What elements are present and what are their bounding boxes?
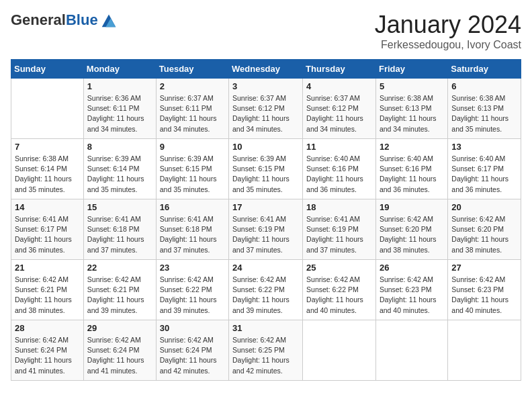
day-number: 28: [15, 323, 80, 333]
day-number: 6: [451, 81, 517, 91]
day-number: 21: [15, 263, 80, 273]
day-number: 14: [15, 202, 80, 212]
col-header-thursday: Thursday: [303, 60, 376, 79]
calendar-cell: [11, 79, 84, 139]
calendar-subtitle: Ferkessedougou, Ivory Coast: [375, 39, 521, 51]
page-header: GeneralBlue January 2024 Ferkessedougou,…: [11, 11, 521, 51]
col-header-wednesday: Wednesday: [229, 60, 303, 79]
day-info: Sunrise: 6:42 AMSunset: 6:24 PMDaylight:…: [160, 335, 225, 376]
day-info: Sunrise: 6:38 AMSunset: 6:13 PMDaylight:…: [380, 93, 444, 134]
day-info: Sunrise: 6:42 AMSunset: 6:21 PMDaylight:…: [15, 275, 80, 316]
day-number: 10: [232, 142, 299, 152]
day-info: Sunrise: 6:36 AMSunset: 6:11 PMDaylight:…: [87, 93, 152, 134]
day-number: 4: [306, 81, 372, 91]
calendar-title: January 2024: [375, 11, 521, 39]
day-number: 30: [160, 323, 225, 333]
logo-blue-text: Blue: [66, 11, 98, 28]
day-number: 27: [451, 263, 517, 273]
day-info: Sunrise: 6:39 AMSunset: 6:15 PMDaylight:…: [232, 154, 299, 195]
col-header-sunday: Sunday: [11, 60, 84, 79]
day-number: 7: [15, 142, 80, 152]
col-header-monday: Monday: [83, 60, 156, 79]
calendar-cell: 28Sunrise: 6:42 AMSunset: 6:24 PMDayligh…: [11, 320, 84, 381]
day-number: 11: [306, 142, 372, 152]
calendar-cell: 1Sunrise: 6:36 AMSunset: 6:11 PMDaylight…: [83, 79, 156, 139]
calendar-cell: 18Sunrise: 6:41 AMSunset: 6:19 PMDayligh…: [303, 199, 376, 260]
calendar-cell: 27Sunrise: 6:42 AMSunset: 6:23 PMDayligh…: [448, 260, 521, 320]
day-info: Sunrise: 6:41 AMSunset: 6:18 PMDaylight:…: [160, 214, 225, 255]
day-number: 15: [87, 202, 152, 212]
day-number: 23: [160, 263, 225, 273]
day-number: 3: [232, 81, 299, 91]
calendar-cell: 20Sunrise: 6:42 AMSunset: 6:20 PMDayligh…: [448, 199, 521, 260]
day-info: Sunrise: 6:42 AMSunset: 6:23 PMDaylight:…: [380, 275, 444, 316]
calendar-cell: 13Sunrise: 6:40 AMSunset: 6:17 PMDayligh…: [448, 139, 521, 199]
day-info: Sunrise: 6:41 AMSunset: 6:18 PMDaylight:…: [87, 214, 152, 255]
day-info: Sunrise: 6:40 AMSunset: 6:16 PMDaylight:…: [380, 154, 444, 195]
day-number: 8: [87, 142, 152, 152]
day-info: Sunrise: 6:42 AMSunset: 6:23 PMDaylight:…: [451, 275, 517, 316]
day-info: Sunrise: 6:37 AMSunset: 6:12 PMDaylight:…: [306, 93, 372, 134]
day-number: 29: [87, 323, 152, 333]
day-info: Sunrise: 6:40 AMSunset: 6:17 PMDaylight:…: [451, 154, 517, 195]
calendar-cell: 7Sunrise: 6:38 AMSunset: 6:14 PMDaylight…: [11, 139, 84, 199]
day-number: 18: [306, 202, 372, 212]
calendar-cell: 15Sunrise: 6:41 AMSunset: 6:18 PMDayligh…: [83, 199, 156, 260]
day-number: 25: [306, 263, 372, 273]
calendar-cell: 9Sunrise: 6:39 AMSunset: 6:15 PMDaylight…: [156, 139, 228, 199]
calendar-cell: 10Sunrise: 6:39 AMSunset: 6:15 PMDayligh…: [229, 139, 303, 199]
calendar-cell: 24Sunrise: 6:42 AMSunset: 6:22 PMDayligh…: [229, 260, 303, 320]
day-info: Sunrise: 6:41 AMSunset: 6:19 PMDaylight:…: [232, 214, 299, 255]
day-number: 13: [451, 142, 517, 152]
day-number: 26: [380, 263, 444, 273]
day-number: 1: [87, 81, 152, 91]
day-number: 24: [232, 263, 299, 273]
day-number: 19: [380, 202, 444, 212]
day-info: Sunrise: 6:41 AMSunset: 6:19 PMDaylight:…: [306, 214, 372, 255]
day-info: Sunrise: 6:42 AMSunset: 6:25 PMDaylight:…: [232, 335, 299, 376]
calendar-cell: 2Sunrise: 6:37 AMSunset: 6:11 PMDaylight…: [156, 79, 228, 139]
day-number: 31: [232, 323, 299, 333]
calendar-cell: 16Sunrise: 6:41 AMSunset: 6:18 PMDayligh…: [156, 199, 228, 260]
col-header-friday: Friday: [375, 60, 447, 79]
calendar-cell: 6Sunrise: 6:38 AMSunset: 6:13 PMDaylight…: [448, 79, 521, 139]
calendar-cell: [303, 320, 376, 381]
calendar-cell: 22Sunrise: 6:42 AMSunset: 6:21 PMDayligh…: [83, 260, 156, 320]
calendar-cell: 31Sunrise: 6:42 AMSunset: 6:25 PMDayligh…: [229, 320, 303, 381]
day-info: Sunrise: 6:39 AMSunset: 6:15 PMDaylight:…: [160, 154, 225, 195]
day-number: 22: [87, 263, 152, 273]
day-info: Sunrise: 6:40 AMSunset: 6:16 PMDaylight:…: [306, 154, 372, 195]
calendar-cell: 12Sunrise: 6:40 AMSunset: 6:16 PMDayligh…: [375, 139, 447, 199]
calendar-cell: 17Sunrise: 6:41 AMSunset: 6:19 PMDayligh…: [229, 199, 303, 260]
calendar-cell: 30Sunrise: 6:42 AMSunset: 6:24 PMDayligh…: [156, 320, 228, 381]
day-info: Sunrise: 6:38 AMSunset: 6:14 PMDaylight:…: [15, 154, 80, 195]
day-number: 5: [380, 81, 444, 91]
day-info: Sunrise: 6:42 AMSunset: 6:24 PMDaylight:…: [87, 335, 152, 376]
day-info: Sunrise: 6:42 AMSunset: 6:22 PMDaylight:…: [232, 275, 299, 316]
title-block: January 2024 Ferkessedougou, Ivory Coast: [375, 11, 521, 51]
calendar-cell: [448, 320, 521, 381]
day-info: Sunrise: 6:38 AMSunset: 6:13 PMDaylight:…: [451, 93, 517, 134]
day-info: Sunrise: 6:37 AMSunset: 6:12 PMDaylight:…: [232, 93, 299, 134]
calendar-table: SundayMondayTuesdayWednesdayThursdayFrid…: [11, 59, 521, 381]
day-number: 16: [160, 202, 225, 212]
day-info: Sunrise: 6:42 AMSunset: 6:22 PMDaylight:…: [306, 275, 372, 316]
calendar-cell: 29Sunrise: 6:42 AMSunset: 6:24 PMDayligh…: [83, 320, 156, 381]
calendar-cell: 25Sunrise: 6:42 AMSunset: 6:22 PMDayligh…: [303, 260, 376, 320]
day-number: 2: [160, 81, 225, 91]
calendar-cell: 21Sunrise: 6:42 AMSunset: 6:21 PMDayligh…: [11, 260, 84, 320]
day-number: 17: [232, 202, 299, 212]
day-number: 9: [160, 142, 225, 152]
calendar-cell: 3Sunrise: 6:37 AMSunset: 6:12 PMDaylight…: [229, 79, 303, 139]
day-number: 12: [380, 142, 444, 152]
calendar-cell: 23Sunrise: 6:42 AMSunset: 6:22 PMDayligh…: [156, 260, 228, 320]
calendar-cell: 11Sunrise: 6:40 AMSunset: 6:16 PMDayligh…: [303, 139, 376, 199]
day-info: Sunrise: 6:42 AMSunset: 6:20 PMDaylight:…: [451, 214, 517, 255]
day-info: Sunrise: 6:37 AMSunset: 6:11 PMDaylight:…: [160, 93, 225, 134]
calendar-cell: 14Sunrise: 6:41 AMSunset: 6:17 PMDayligh…: [11, 199, 84, 260]
calendar-cell: 5Sunrise: 6:38 AMSunset: 6:13 PMDaylight…: [375, 79, 447, 139]
day-number: 20: [451, 202, 517, 212]
day-info: Sunrise: 6:42 AMSunset: 6:24 PMDaylight:…: [15, 335, 80, 376]
day-info: Sunrise: 6:41 AMSunset: 6:17 PMDaylight:…: [15, 214, 80, 255]
day-info: Sunrise: 6:42 AMSunset: 6:20 PMDaylight:…: [380, 214, 444, 255]
